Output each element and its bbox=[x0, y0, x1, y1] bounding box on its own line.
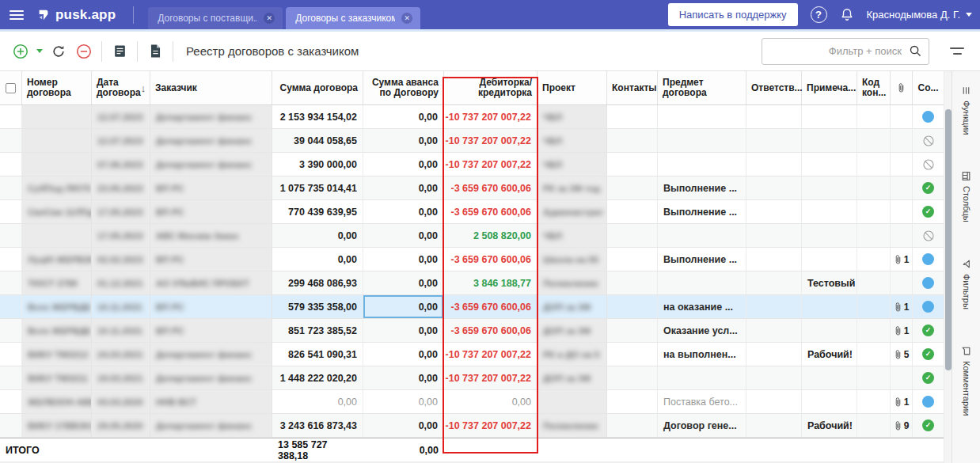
cell-cont[interactable] bbox=[607, 224, 658, 247]
cell-clip[interactable]: 1 bbox=[891, 319, 913, 342]
cell-cust[interactable]: ВП РС bbox=[150, 295, 272, 318]
cell-sum[interactable]: 0,00 bbox=[272, 390, 363, 413]
cell-cb[interactable] bbox=[0, 319, 22, 342]
cell-sum[interactable]: 770 439 639,95 bbox=[272, 200, 363, 223]
cell-note[interactable] bbox=[802, 129, 857, 152]
cell-code[interactable] bbox=[857, 176, 891, 199]
column-header-resp[interactable]: Ответств... bbox=[746, 71, 802, 104]
column-header-num[interactable]: Номер договора bbox=[22, 71, 92, 104]
cell-num[interactable]: ВИКУ ТМ3211 bbox=[22, 366, 92, 389]
column-header-status[interactable]: Со... bbox=[913, 71, 944, 104]
cell-proj[interactable]: ДОП за ЗФ bbox=[537, 319, 607, 342]
cell-cb[interactable] bbox=[0, 366, 22, 389]
cell-cust[interactable]: Департамент финанс bbox=[150, 414, 272, 437]
cell-debt[interactable]: -10 737 207 007,22 bbox=[444, 129, 537, 152]
cell-proj[interactable]: Администрат bbox=[537, 200, 607, 223]
cell-cont[interactable] bbox=[607, 295, 658, 318]
cell-adv[interactable]: 0,00 bbox=[363, 319, 444, 342]
cell-adv[interactable]: 0,00 bbox=[363, 366, 444, 389]
cell-resp[interactable] bbox=[746, 319, 802, 342]
cell-cb[interactable] bbox=[0, 343, 22, 366]
cell-code[interactable] bbox=[857, 248, 891, 271]
cell-clip[interactable] bbox=[891, 153, 913, 176]
table-row[interactable]: ЖЕЛВЗОН АВЕ03.03.2020ННВ ВСТ0,000,000,00… bbox=[0, 390, 944, 414]
cell-status[interactable] bbox=[913, 248, 944, 271]
cell-adv[interactable]: 0,00 bbox=[363, 343, 444, 366]
cell-cust[interactable]: ВП РС bbox=[150, 248, 272, 271]
cell-debt[interactable]: -3 659 670 600,06 bbox=[444, 176, 537, 199]
cell-cont[interactable] bbox=[607, 153, 658, 176]
cell-proj[interactable] bbox=[537, 390, 607, 413]
cell-debt[interactable]: 0,00 bbox=[444, 390, 537, 413]
table-row[interactable]: ТЮСТ 278901.12.2021АО УЛЬВИС ПРОЕКТ299 4… bbox=[0, 271, 944, 295]
cell-proj[interactable]: ЧБЛ bbox=[537, 153, 607, 176]
cell-cont[interactable] bbox=[607, 200, 658, 223]
column-header-cust[interactable]: Заказчик bbox=[150, 71, 272, 104]
cell-sum[interactable]: 1 448 222 020,20 bbox=[272, 366, 363, 389]
cell-resp[interactable] bbox=[746, 105, 802, 128]
cell-status[interactable]: ✓ bbox=[913, 343, 944, 366]
cell-code[interactable] bbox=[857, 129, 891, 152]
cell-proj[interactable]: ЧБЛ bbox=[537, 129, 607, 152]
remove-record-button[interactable] bbox=[74, 41, 94, 62]
cell-cont[interactable] bbox=[607, 248, 658, 271]
cell-note[interactable] bbox=[802, 105, 857, 128]
cell-cb[interactable] bbox=[0, 129, 22, 152]
cell-date[interactable]: 07.06.2023 bbox=[92, 153, 150, 176]
cell-subj[interactable]: Выполнение ... bbox=[658, 176, 746, 199]
cell-adv[interactable]: 0,00 bbox=[363, 129, 444, 152]
cell-subj[interactable]: Поставка бето... bbox=[658, 390, 746, 413]
cell-clip[interactable] bbox=[891, 366, 913, 389]
cell-subj[interactable] bbox=[658, 224, 746, 247]
select-all-checkbox[interactable] bbox=[6, 83, 16, 93]
cell-proj[interactable]: ДОП за ЗФ bbox=[537, 366, 607, 389]
cell-clip[interactable] bbox=[891, 200, 913, 223]
cell-code[interactable] bbox=[857, 390, 891, 413]
table-row[interactable]: Всех ЖЕРВДЕ10.11.2021ВП РС579 335 358,00… bbox=[0, 295, 944, 319]
cell-note[interactable] bbox=[802, 390, 857, 413]
cell-cb[interactable] bbox=[0, 295, 22, 318]
cell-cb[interactable] bbox=[0, 153, 22, 176]
cell-cb[interactable] bbox=[0, 224, 22, 247]
column-header-subj[interactable]: Предмет договора bbox=[658, 71, 746, 104]
hamburger-menu-icon[interactable] bbox=[9, 10, 24, 20]
column-header-cont[interactable]: Контакты bbox=[607, 71, 658, 104]
cell-num[interactable]: ЛуцЮ ЖЕРВ26 bbox=[22, 248, 92, 271]
cell-proj[interactable]: Поликлиник bbox=[537, 414, 607, 437]
cell-note[interactable] bbox=[802, 366, 857, 389]
cell-debt[interactable]: 2 508 820,00 bbox=[444, 224, 537, 247]
cell-date[interactable]: 10.11.2021 bbox=[92, 319, 150, 342]
help-icon[interactable]: ? bbox=[811, 6, 827, 23]
cell-cb[interactable] bbox=[0, 414, 22, 437]
cell-code[interactable] bbox=[857, 224, 891, 247]
cell-sum[interactable]: 851 723 385,52 bbox=[272, 319, 363, 342]
cell-code[interactable] bbox=[857, 105, 891, 128]
cell-cb[interactable] bbox=[0, 176, 22, 199]
cell-resp[interactable] bbox=[746, 271, 802, 294]
cell-sum[interactable]: 1 075 735 014,41 bbox=[272, 176, 363, 199]
cell-resp[interactable] bbox=[746, 248, 802, 271]
cell-sum[interactable]: 299 468 086,93 bbox=[272, 271, 363, 294]
table-row[interactable]: ЛуцЮ ЖЕРВ2602.02.2023ВП РС0,000,00-3 659… bbox=[0, 248, 944, 271]
cell-clip[interactable] bbox=[891, 271, 913, 294]
cell-adv[interactable]: 0,00 bbox=[363, 390, 444, 413]
cell-cust[interactable]: ВП РС bbox=[150, 319, 272, 342]
table-row[interactable]: СвеСви 11ЛПдр17.05.2023ВП РС770 439 639,… bbox=[0, 200, 944, 224]
sidebar-item-filter[interactable]: Фильтры bbox=[961, 259, 971, 309]
table-row[interactable]: Всех ЖЕРВДЕ10.11.2021ВП РС851 723 385,52… bbox=[0, 319, 944, 343]
bell-icon[interactable] bbox=[840, 7, 854, 22]
cell-cont[interactable] bbox=[607, 105, 658, 128]
column-header-date[interactable]: Дата договора↓ bbox=[92, 71, 150, 104]
cell-cust[interactable]: ННВ ВСТ bbox=[150, 390, 272, 413]
cell-cb[interactable] bbox=[0, 390, 22, 413]
cell-date[interactable]: 10.11.2021 bbox=[92, 295, 150, 318]
cell-note[interactable] bbox=[802, 248, 857, 271]
refresh-button[interactable] bbox=[48, 41, 69, 62]
cell-adv[interactable]: 0,00 bbox=[363, 200, 444, 223]
cell-date[interactable]: 24.03.2021 bbox=[92, 343, 150, 366]
cell-debt[interactable]: -3 659 670 600,06 bbox=[444, 200, 537, 223]
cell-proj[interactable]: ДОП за ЗФ bbox=[537, 295, 607, 318]
cell-subj[interactable] bbox=[658, 366, 746, 389]
cell-sum[interactable]: 3 243 616 873,43 bbox=[272, 414, 363, 437]
cell-note[interactable]: Рабочий! bbox=[802, 414, 857, 437]
